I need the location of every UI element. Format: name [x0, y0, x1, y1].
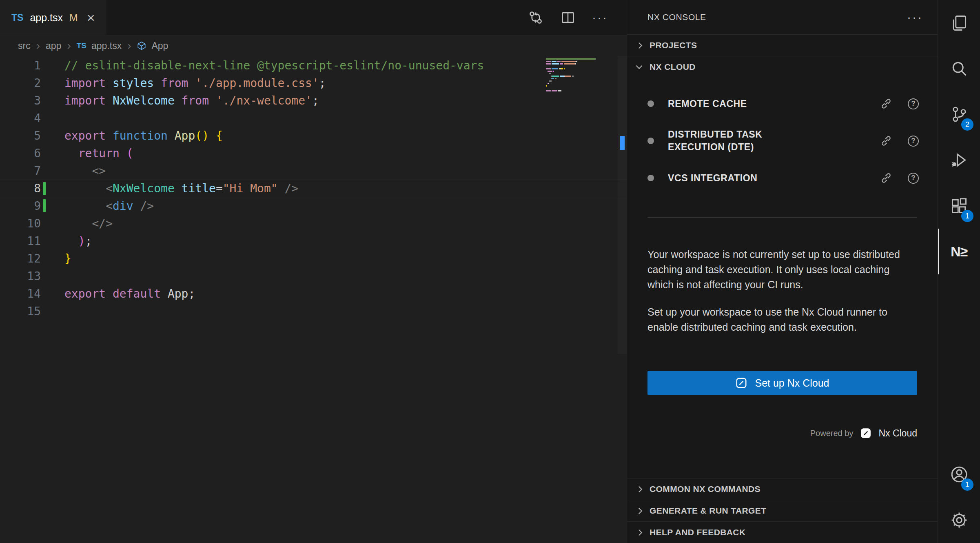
open-changes-icon[interactable] — [528, 9, 544, 26]
tab-filename: app.tsx — [30, 12, 63, 24]
code-line[interactable]: 13 — [0, 267, 627, 285]
nx-console-icon[interactable]: N≥ — [938, 229, 980, 274]
code-text: <NxWelcome title="Hi Mom" /> — [48, 180, 298, 197]
minimap-line — [546, 78, 615, 79]
more-actions-icon[interactable]: ··· — [592, 11, 608, 24]
accounts-badge: 1 — [961, 478, 973, 491]
nx-cloud-brand-icon — [860, 427, 872, 439]
source-control-badge: 2 — [961, 118, 973, 131]
source-control-icon[interactable]: 2 — [938, 91, 980, 137]
line-number: 8 — [0, 180, 48, 197]
code-line[interactable]: 5export function App() { — [0, 127, 627, 145]
code-line[interactable]: 7 <> — [0, 162, 627, 180]
code-line[interactable]: 15 — [0, 303, 627, 320]
section-nx-cloud-label: NX CLOUD — [650, 62, 696, 72]
section-projects[interactable]: PROJECTS — [627, 34, 938, 56]
section-generate-run-target[interactable]: GENERATE & RUN TARGET — [627, 500, 938, 521]
split-editor-icon[interactable] — [560, 10, 576, 25]
connect-icon[interactable] — [880, 135, 892, 147]
extensions-icon[interactable]: 1 — [938, 183, 980, 229]
setup-nx-cloud-button[interactable]: Set up Nx Cloud — [647, 371, 917, 395]
tab-app-tsx[interactable]: TS app.tsx M × — [0, 0, 106, 35]
minimap-line — [546, 83, 615, 84]
nx-cloud-features: REMOTE CACHE?DISTRIBUTED TASK EXECUTION … — [627, 78, 938, 193]
nx-cloud-brand-name: Nx Cloud — [878, 428, 917, 439]
activity-bar: 2 1 N≥ 1 — [938, 0, 980, 543]
code-line[interactable]: 10 </> — [0, 215, 627, 232]
nx-console-panel: NX CONSOLE ··· PROJECTS NX CLOUD REMOTE … — [627, 0, 938, 543]
code-line[interactable]: 14export default App; — [0, 285, 627, 303]
code-line[interactable]: 2import styles from './app.module.css'; — [0, 74, 627, 92]
section-nx-cloud[interactable]: NX CLOUD — [627, 56, 938, 78]
code-line[interactable]: 6 return ( — [0, 145, 627, 162]
gutter-modified-indicator — [43, 199, 46, 212]
minimap-line — [546, 61, 615, 62]
scrollbar[interactable] — [618, 56, 627, 354]
line-number: 9 — [0, 197, 48, 215]
line-number: 11 — [0, 232, 48, 250]
code-text: // eslint-disable-next-line @typescript-… — [48, 57, 484, 74]
help-icon[interactable]: ? — [908, 136, 919, 147]
activity-bar-spacer — [938, 274, 980, 452]
breadcrumb: src › app › TS app.tsx › App — [0, 36, 627, 56]
connect-icon[interactable] — [880, 172, 892, 184]
minimap-line — [546, 71, 615, 72]
code-line[interactable]: 11 ); — [0, 232, 627, 250]
section-help-and-feedback[interactable]: HELP AND FEEDBACK — [627, 521, 938, 543]
code-line[interactable]: 8 <NxWelcome title="Hi Mom" /> — [0, 180, 627, 197]
minimap[interactable] — [546, 58, 615, 95]
code-text: </> — [48, 215, 113, 232]
help-icon[interactable]: ? — [908, 173, 919, 184]
code-line[interactable]: 12} — [0, 250, 627, 267]
chevron-right-icon: › — [36, 40, 40, 51]
code-line[interactable]: 1// eslint-disable-next-line @typescript… — [0, 57, 627, 74]
chevron-down-icon — [636, 62, 643, 69]
line-number: 1 — [0, 57, 48, 74]
breadcrumb-app[interactable]: app — [46, 40, 61, 51]
minimap-line — [546, 93, 615, 94]
close-icon[interactable]: × — [87, 11, 95, 24]
minimap-line — [546, 68, 615, 69]
code-text — [48, 109, 64, 127]
typescript-file-icon: TS — [77, 41, 86, 50]
extensions-badge: 1 — [961, 210, 973, 222]
chevron-right-icon — [636, 507, 643, 514]
connect-icon[interactable] — [880, 98, 892, 110]
overview-ruler-modified-marker — [620, 136, 625, 150]
code-line[interactable]: 4 — [0, 109, 627, 127]
editor-group: TS app.tsx M × ··· src › app › — [0, 0, 627, 543]
setup-button-label: Set up Nx Cloud — [755, 377, 829, 389]
code-text: ); — [48, 232, 92, 250]
breadcrumb-src[interactable]: src — [18, 40, 31, 51]
setup-hint-text: Set up your workspace to use the Nx Clou… — [647, 305, 916, 335]
editor-actions: ··· — [528, 0, 627, 35]
explorer-icon[interactable] — [938, 0, 980, 46]
nx-cloud-feature-row: VCS INTEGRATION? — [647, 163, 919, 193]
nx-cloud-feature-row: REMOTE CACHE? — [647, 89, 919, 118]
breadcrumb-symbol[interactable]: App — [151, 40, 168, 51]
panel-more-actions-icon[interactable]: ··· — [907, 10, 923, 24]
code-line[interactable]: 3import NxWelcome from './nx-welcome'; — [0, 92, 627, 109]
section-help-label: HELP AND FEEDBACK — [650, 527, 745, 537]
breadcrumb-file[interactable]: app.tsx — [91, 40, 122, 51]
divider — [647, 217, 917, 218]
code-editor[interactable]: 1// eslint-disable-next-line @typescript… — [0, 56, 627, 543]
accounts-icon[interactable]: 1 — [938, 452, 980, 497]
symbol-cube-icon — [137, 41, 146, 51]
powered-by-label: Powered by — [810, 429, 854, 438]
settings-gear-icon[interactable] — [938, 497, 980, 543]
status-dot-icon — [647, 100, 654, 107]
run-debug-icon[interactable] — [938, 137, 980, 183]
powered-by: Powered by Nx Cloud — [627, 427, 917, 439]
panel-title: NX CONSOLE — [647, 12, 706, 22]
section-common-nx-commands[interactable]: COMMON NX COMMANDS — [627, 478, 938, 500]
code-line[interactable]: 9 <div /> — [0, 197, 627, 215]
minimap-line — [546, 73, 615, 74]
line-number: 14 — [0, 285, 48, 303]
search-icon[interactable] — [938, 46, 980, 91]
help-icon[interactable]: ? — [908, 98, 919, 109]
code-text: export default App; — [48, 285, 195, 303]
typescript-file-icon: TS — [11, 12, 23, 23]
code-text: import NxWelcome from './nx-welcome'; — [48, 92, 319, 109]
panel-header: NX CONSOLE ··· — [627, 0, 938, 34]
